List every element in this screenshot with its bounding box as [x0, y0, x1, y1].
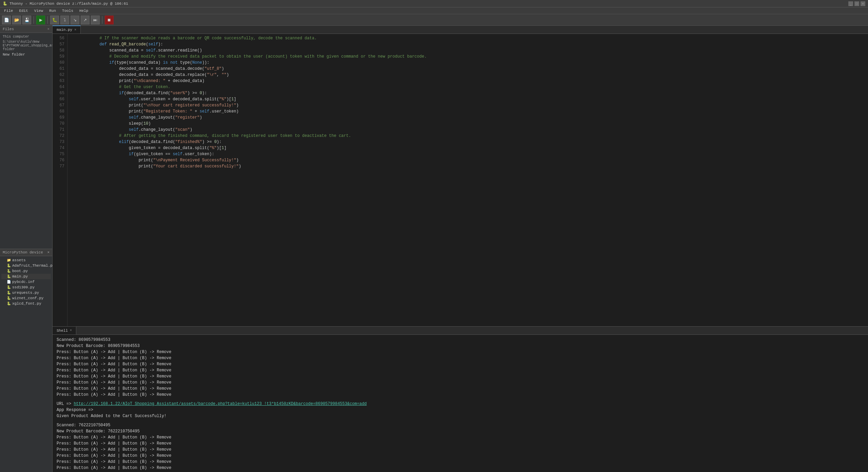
shell-line: New Product Barcode: 8690579984553: [57, 343, 864, 349]
shell-line: Scanned: 8690579984553: [57, 337, 864, 343]
debug-button[interactable]: 🐛: [50, 16, 59, 24]
menu-bar: File Edit View Run Tools Help: [0, 7, 868, 14]
sidebar-item-pybcdc[interactable]: 📄 pybcdc.inf: [1, 279, 51, 285]
menu-view[interactable]: View: [32, 8, 46, 14]
sidebar-file-label: wiznet_conf.py: [12, 296, 43, 300]
sidebar-item-xglcd[interactable]: 🐍 xglcd_font.py: [1, 301, 51, 306]
sidebar-item-main[interactable]: 🐍 main.py: [1, 274, 51, 279]
shell-line: Press: Button (A) -> Add | Button (B) ->…: [57, 361, 864, 367]
shell-line: Press: Button (A) -> Add | Button (B) ->…: [57, 447, 864, 453]
sidebar-file-label: pybcdc.inf: [12, 280, 35, 284]
maximize-button[interactable]: □: [854, 1, 859, 6]
shell-line: Press: Button (A) -> Add | Button (B) ->…: [57, 349, 864, 355]
sidebar-item-urequests[interactable]: 🐍 urequests.py: [1, 290, 51, 295]
sidebar-file-label: ssd1309.py: [12, 285, 35, 289]
shell-url-link-1[interactable]: http://192.168.1.22/AIoT Shopping Assist…: [74, 402, 367, 406]
sidebar: Files × This computer S:\Users\kutlu\New…: [0, 26, 53, 472]
shell-panel: Shell × Scanned: 8690579984553 New Produ…: [53, 326, 868, 472]
menu-run[interactable]: Run: [46, 8, 59, 14]
sidebar-item-boot[interactable]: 🐍 boot.py: [1, 268, 51, 274]
files-panel-content: This computer S:\Users\kutlu\New E\PYTHO…: [0, 33, 52, 249]
toolbar-separator-3: [102, 16, 102, 24]
title-bar: 🐍 Thonny - MicroPython device z:/flash/m…: [0, 0, 868, 7]
new-file-button[interactable]: 📄: [2, 16, 11, 24]
main-layout: Files × This computer S:\Users\kutlu\New…: [0, 26, 868, 472]
shell-line: Press: Button (A) -> Add | Button (B) ->…: [57, 367, 864, 373]
shell-tab[interactable]: Shell ×: [53, 326, 76, 334]
py-file-icon: 🐍: [7, 291, 11, 295]
menu-tools[interactable]: Tools: [59, 8, 76, 14]
files-panel-close[interactable]: ×: [47, 27, 50, 31]
app-icon: 🐍: [3, 1, 7, 6]
code-text[interactable]: # If the scanner module reads a barcode …: [67, 34, 868, 326]
shell-line: Press: Button (A) -> Add | Button (B) ->…: [57, 355, 864, 361]
sidebar-item-wiznet[interactable]: 🐍 wiznet_conf.py: [1, 295, 51, 301]
menu-file[interactable]: File: [1, 8, 16, 14]
menu-help[interactable]: Help: [77, 8, 91, 14]
shell-url-line-1: URL => http://192.168.1.22/AIoT Shopping…: [57, 401, 864, 407]
minimize-button[interactable]: _: [848, 1, 853, 6]
shell-output[interactable]: Scanned: 8690579984553 New Product Barco…: [53, 335, 868, 472]
stop-button[interactable]: ⏹: [105, 16, 114, 24]
shell-line: Press: Button (A) -> Add | Button (B) ->…: [57, 386, 864, 392]
new-folder-item[interactable]: New folder: [1, 52, 51, 57]
shell-line: Press: Button (A) -> Add | Button (B) ->…: [57, 440, 864, 447]
shell-tab-bar: Shell ×: [53, 327, 868, 335]
toolbar-separator-1: [34, 16, 34, 24]
shell-spacer: [57, 398, 864, 401]
shell-line: Press: Button (A) -> Add | Button (B) ->…: [57, 392, 864, 398]
save-file-button[interactable]: 💾: [22, 16, 31, 24]
step-over-button[interactable]: ⤵: [60, 16, 69, 24]
files-panel-header: Files ×: [0, 26, 52, 33]
shell-spacer: [57, 419, 864, 422]
this-computer-label: This computer: [1, 34, 51, 39]
shell-line: Press: Button (A) -> Add | Button (B) ->…: [57, 465, 864, 471]
editor-tab-label: main.py: [57, 28, 72, 32]
txt-file-icon: 📄: [7, 280, 11, 284]
sidebar-file-label: assets: [12, 258, 26, 262]
step-into-button[interactable]: ↘: [71, 16, 79, 24]
shell-line: Scanned: 7622210750495: [57, 422, 864, 428]
shell-line: Press: Button (A) -> Add | Button (B) ->…: [57, 434, 864, 440]
toolbar: 📄 📂 💾 ▶ 🐛 ⤵ ↘ ↗ ⏭ ⏹: [0, 14, 868, 26]
shell-tab-label: Shell: [57, 329, 68, 333]
py-file-icon: 🐍: [7, 296, 11, 300]
run-button[interactable]: ▶: [36, 16, 45, 24]
sidebar-item-ssd1309[interactable]: 🐍 ssd1309.py: [1, 285, 51, 290]
py-file-icon: 🐍: [7, 285, 11, 289]
shell-line: New Product Barcode: 7622210750495: [57, 428, 864, 434]
py-file-icon: 🐍: [7, 274, 11, 279]
step-out-button[interactable]: ↗: [81, 16, 90, 24]
editor-tab-bar: main.py ×: [53, 26, 868, 34]
sidebar-file-label: Adafruit_Thermal.py: [12, 264, 52, 268]
code-editor[interactable]: 56 57 58 59 60 61 62 63 64 65 66 67 68 6…: [53, 34, 868, 326]
editor-tab-close[interactable]: ×: [74, 28, 76, 32]
editor-tab-main[interactable]: main.py ×: [53, 25, 81, 34]
shell-line: Press: Button (A) -> Add | Button (B) ->…: [57, 379, 864, 386]
toolbar-separator-2: [47, 16, 48, 24]
title-bar-title: 🐍 Thonny - MicroPython device z:/flash/m…: [3, 1, 128, 6]
device-panel-close[interactable]: ×: [47, 250, 50, 254]
device-panel-content: 📁 assets 🐍 Adafruit_Thermal.py 🐍 boot.py…: [0, 256, 52, 472]
py-file-icon: 🐍: [7, 302, 11, 306]
py-file-icon: 🐍: [7, 269, 11, 273]
device-panel-header: MicroPython device ×: [0, 249, 52, 256]
sidebar-item-adafruit[interactable]: 🐍 Adafruit_Thermal.py: [1, 263, 51, 268]
resume-button[interactable]: ⏭: [91, 16, 100, 24]
sidebar-file-label: urequests.py: [12, 291, 39, 295]
editor-area: main.py × 56 57 58 59 60 61 62 63 64 65 …: [53, 26, 868, 472]
close-button[interactable]: ×: [861, 1, 865, 6]
menu-edit[interactable]: Edit: [16, 8, 31, 14]
window-controls[interactable]: _ □ ×: [848, 1, 865, 6]
shell-line: App Response =>: [57, 407, 864, 413]
shell-line: Given Product Added to the Cart Successf…: [57, 413, 864, 419]
sidebar-item-assets[interactable]: 📁 assets: [1, 258, 51, 263]
shell-tab-close[interactable]: ×: [70, 329, 72, 332]
device-panel-label: MicroPython device: [3, 250, 43, 254]
folder-icon: 📁: [7, 258, 11, 262]
shell-line: Press: Button (A) -> Add | Button (B) ->…: [57, 453, 864, 459]
shell-line: Press: Button (A) -> Add | Button (B) ->…: [57, 373, 864, 379]
open-file-button[interactable]: 📂: [12, 16, 21, 24]
current-path: S:\Users\kutlu\New E\PYTHON\aiot_shoppin…: [1, 39, 51, 52]
sidebar-file-label: xglcd_font.py: [12, 302, 41, 306]
